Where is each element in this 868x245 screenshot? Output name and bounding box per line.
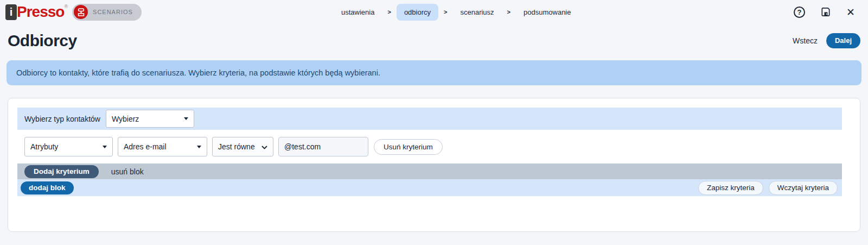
title-actions: Wstecz Dalej — [793, 33, 860, 48]
save-criteria-button[interactable]: Zapisz kryteria — [698, 181, 763, 195]
blocks-footer-bar: dodaj blok Zapisz kryteria Wczytaj kryte… — [17, 179, 842, 196]
caret-down-icon — [103, 146, 107, 148]
criterion-operator-value: Jest równe — [218, 142, 255, 151]
brand-logo[interactable]: i Presso ® — [5, 3, 68, 21]
app-header: i Presso ® SCENARIOS ustawienia > odbior… — [0, 0, 868, 24]
caret-down-icon — [184, 117, 188, 120]
criteria-block: Wybierz typ kontaktów Wybierz Atrybuty A… — [17, 108, 842, 196]
registered-mark: ® — [64, 4, 68, 9]
criterion-attribute-value: Adres e-mail — [124, 142, 167, 151]
help-icon[interactable]: ? — [794, 7, 805, 18]
next-button[interactable]: Dalej — [826, 33, 860, 48]
contact-type-row: Wybierz typ kontaktów Wybierz — [17, 108, 842, 130]
close-icon[interactable]: ✕ — [846, 7, 855, 17]
brand-wordmark: Presso — [17, 3, 64, 21]
header-actions: ? ✕ — [794, 7, 855, 18]
back-link[interactable]: Wstecz — [793, 36, 818, 45]
criterion-operator-select[interactable]: Jest równe — [212, 137, 273, 156]
criteria-card: Wybierz typ kontaktów Wybierz Atrybuty A… — [8, 98, 860, 232]
scenarios-badge: SCENARIOS — [72, 4, 142, 21]
title-row: Odbiorcy Wstecz Dalej — [0, 24, 868, 57]
breadcrumb-ustawienia[interactable]: ustawienia — [334, 4, 382, 21]
block-actions-bar: Dodaj kryterium usuń blok — [17, 164, 842, 179]
contact-type-label: Wybierz typ kontaktów — [24, 115, 100, 123]
breadcrumb-podsumowanie[interactable]: podsumowanie — [516, 4, 578, 21]
contact-type-value: Wybierz — [112, 115, 139, 123]
chevron-right-icon: > — [507, 9, 510, 15]
criterion-attribute-select[interactable]: Adres e-mail — [118, 137, 207, 156]
criterion-category-select[interactable]: Atrybuty — [24, 137, 113, 156]
contact-type-select[interactable]: Wybierz — [106, 110, 194, 128]
breadcrumb: ustawienia > odbiorcy > scenariusz > pod… — [334, 0, 578, 24]
breadcrumb-odbiorcy[interactable]: odbiorcy — [397, 4, 438, 21]
info-banner-text: Odbiorcy to kontakty, które trafią do sc… — [16, 68, 380, 77]
add-criterion-button[interactable]: Dodaj kryterium — [24, 165, 99, 178]
scenario-flow-icon — [74, 5, 88, 19]
criterion-row: Atrybuty Adres e-mail Jest równe Usuń kr… — [17, 130, 842, 164]
page-title: Odbiorcy — [8, 32, 77, 50]
criteria-io-buttons: Zapisz kryteria Wczytaj kryteria — [698, 181, 838, 195]
chevron-right-icon: > — [444, 9, 447, 15]
criterion-value-input[interactable] — [278, 137, 368, 156]
add-block-button[interactable]: dodaj blok — [21, 181, 74, 194]
chevron-down-icon — [261, 142, 267, 151]
chevron-right-icon: > — [387, 9, 391, 15]
breadcrumb-scenariusz[interactable]: scenariusz — [452, 4, 501, 21]
criterion-category-value: Atrybuty — [30, 142, 58, 151]
badge-label: SCENARIOS — [93, 9, 133, 15]
brand-i-mark: i — [5, 4, 17, 20]
caret-down-icon — [197, 146, 201, 148]
remove-block-link[interactable]: usuń blok — [111, 167, 144, 176]
info-banner: Odbiorcy to kontakty, które trafią do sc… — [7, 60, 861, 85]
remove-criterion-button[interactable]: Usuń kryterium — [374, 139, 443, 155]
save-icon[interactable] — [820, 7, 831, 17]
load-criteria-button[interactable]: Wczytaj kryteria — [769, 181, 838, 195]
